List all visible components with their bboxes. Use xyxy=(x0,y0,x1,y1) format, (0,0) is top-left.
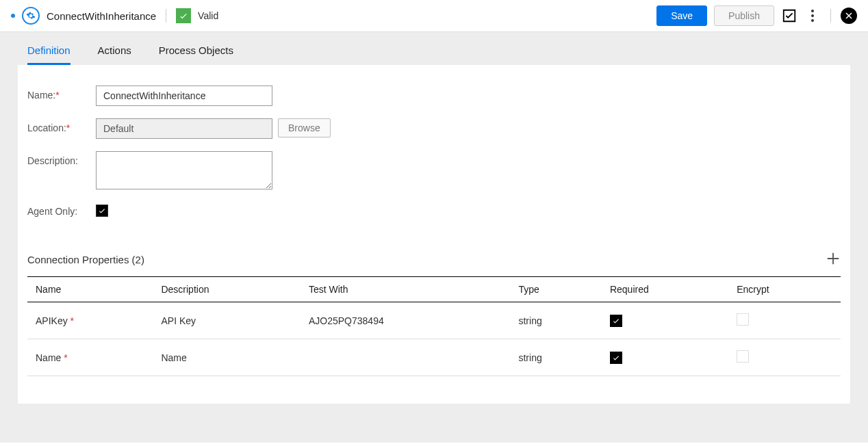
required-mark: * xyxy=(64,352,67,363)
agent-only-label: Agent Only: xyxy=(27,202,96,217)
cell-encrypt xyxy=(728,302,841,339)
status-text: Valid xyxy=(198,10,218,21)
connection-props-header: Connection Properties (2) xyxy=(27,251,841,268)
cell-type: string xyxy=(510,302,601,339)
tab-definition[interactable]: Definition xyxy=(27,44,71,65)
cell-description: API Key xyxy=(153,302,301,339)
content-area: Definition Actions Process Objects Name:… xyxy=(0,32,868,443)
location-row: Location:* Browse xyxy=(27,118,841,139)
close-icon xyxy=(845,12,853,20)
definition-panel: Name:* Location:* Browse Description: Ag… xyxy=(18,65,850,404)
name-input[interactable] xyxy=(96,86,272,106)
required-mark: * xyxy=(71,315,74,326)
col-test-with: Test With xyxy=(301,277,511,302)
table-row[interactable]: Name * Name string xyxy=(27,339,841,376)
required-mark: * xyxy=(66,122,70,133)
plus-icon xyxy=(826,251,841,266)
gear-icon xyxy=(26,11,36,21)
publish-button[interactable]: Publish xyxy=(714,5,774,26)
validate-icon-button[interactable] xyxy=(781,8,797,24)
connector-icon xyxy=(22,7,40,25)
location-label: Location:* xyxy=(27,118,96,133)
location-input xyxy=(96,118,272,139)
divider xyxy=(166,9,166,23)
cell-description: Name xyxy=(153,339,301,376)
tab-process-objects[interactable]: Process Objects xyxy=(159,44,233,65)
required-mark: * xyxy=(55,90,59,101)
check-icon xyxy=(98,207,106,215)
header-bar: ConnectWithInheritance Valid Save Publis… xyxy=(0,0,868,32)
required-checkbox[interactable] xyxy=(610,352,622,364)
tab-actions[interactable]: Actions xyxy=(98,44,131,65)
prop-name: Name xyxy=(36,352,61,363)
col-description: Description xyxy=(153,277,301,302)
check-icon xyxy=(179,11,188,21)
location-label-text: Location: xyxy=(27,122,66,133)
cell-required xyxy=(602,339,728,376)
check-icon xyxy=(612,354,620,362)
required-checkbox[interactable] xyxy=(610,315,622,327)
cell-type: string xyxy=(510,339,601,376)
unsaved-indicator-dot xyxy=(11,14,15,18)
save-button[interactable]: Save xyxy=(656,5,707,26)
col-required: Required xyxy=(602,277,728,302)
col-type: Type xyxy=(510,277,601,302)
checkbox-outline-icon xyxy=(782,8,797,23)
cell-test-with xyxy=(301,339,511,376)
table-header-row: Name Description Test With Type Required… xyxy=(27,277,841,302)
valid-status-icon xyxy=(176,8,191,23)
col-name: Name xyxy=(27,277,153,302)
table-row[interactable]: APIKey * API Key AJO25PQ738494 string xyxy=(27,302,841,339)
page-title: ConnectWithInheritance xyxy=(47,10,156,22)
encrypt-checkbox[interactable] xyxy=(737,350,749,363)
description-label: Description: xyxy=(27,151,96,166)
name-label-text: Name: xyxy=(27,90,55,101)
description-textarea[interactable] xyxy=(96,151,272,189)
cell-name: APIKey * xyxy=(27,302,153,339)
prop-name: APIKey xyxy=(36,315,68,326)
add-property-button[interactable] xyxy=(826,251,841,268)
divider xyxy=(830,9,831,23)
more-menu-button[interactable] xyxy=(804,8,821,24)
connection-props-title: Connection Properties (2) xyxy=(27,254,144,265)
connection-props-table: Name Description Test With Type Required… xyxy=(27,276,841,376)
more-dots-icon xyxy=(811,10,814,22)
cell-test-with: AJO25PQ738494 xyxy=(301,302,511,339)
col-encrypt: Encrypt xyxy=(728,277,841,302)
browse-button[interactable]: Browse xyxy=(278,118,331,137)
check-icon xyxy=(612,317,620,325)
cell-encrypt xyxy=(728,339,841,376)
agent-only-row: Agent Only: xyxy=(27,202,841,217)
cell-required xyxy=(602,302,728,339)
description-row: Description: xyxy=(27,151,841,189)
close-button[interactable] xyxy=(841,8,857,24)
header-left: ConnectWithInheritance Valid xyxy=(11,7,650,25)
encrypt-checkbox[interactable] xyxy=(737,313,749,326)
cell-name: Name * xyxy=(27,339,153,376)
agent-only-checkbox[interactable] xyxy=(96,205,108,217)
name-row: Name:* xyxy=(27,86,841,106)
header-right: Save Publish xyxy=(656,5,857,26)
name-label: Name:* xyxy=(27,86,96,101)
tabs-bar: Definition Actions Process Objects xyxy=(18,32,850,65)
